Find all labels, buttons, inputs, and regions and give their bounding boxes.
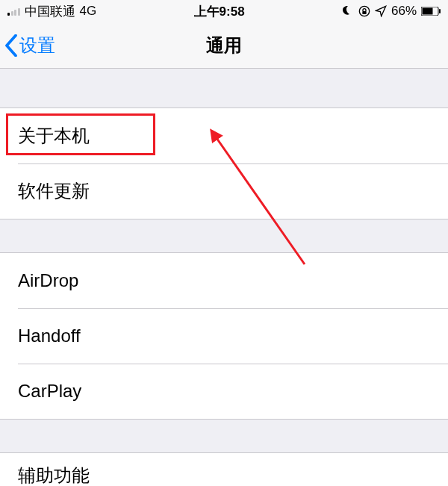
- lock-rotation-icon: [358, 5, 370, 17]
- status-time: 上午9:58: [194, 3, 245, 20]
- row-label: 软件更新: [18, 179, 90, 203]
- section-gap: [0, 219, 448, 252]
- back-button[interactable]: 设置: [4, 22, 55, 68]
- svg-rect-3: [423, 8, 433, 15]
- row-label: AirDrop: [18, 270, 78, 291]
- location-icon: [375, 5, 387, 17]
- list-section-1: 关于本机 软件更新: [0, 108, 448, 219]
- row-label: 辅助功能: [18, 464, 90, 486]
- row-software-update[interactable]: 软件更新: [0, 163, 448, 219]
- chevron-left-icon: [4, 34, 18, 57]
- back-label: 设置: [19, 34, 55, 57]
- status-left: 中国联通 4G: [7, 3, 96, 20]
- row-label: CarPlay: [18, 381, 81, 402]
- row-carplay[interactable]: CarPlay: [0, 364, 448, 419]
- section-gap: [0, 69, 448, 108]
- network-label: 4G: [80, 4, 97, 19]
- row-label: 关于本机: [18, 124, 90, 148]
- page-title: 通用: [206, 34, 242, 57]
- carrier-label: 中国联通: [25, 3, 75, 20]
- status-bar: 中国联通 4G 上午9:58 66%: [0, 0, 448, 22]
- battery-percent: 66%: [391, 4, 417, 19]
- nav-bar: 设置 通用: [0, 22, 448, 69]
- row-handoff[interactable]: Handoff: [0, 308, 448, 364]
- moon-icon: [342, 5, 354, 17]
- svg-rect-1: [362, 11, 366, 14]
- row-airdrop[interactable]: AirDrop: [0, 253, 448, 308]
- svg-rect-4: [439, 9, 441, 13]
- row-label: Handoff: [18, 325, 81, 346]
- signal-icon: [7, 7, 20, 16]
- row-about[interactable]: 关于本机: [0, 108, 448, 163]
- list-section-2: AirDrop Handoff CarPlay: [0, 252, 448, 420]
- battery-icon: [421, 7, 441, 16]
- row-accessibility-partial[interactable]: 辅助功能: [0, 452, 448, 486]
- section-gap: [0, 420, 448, 452]
- status-right: 66%: [342, 4, 441, 19]
